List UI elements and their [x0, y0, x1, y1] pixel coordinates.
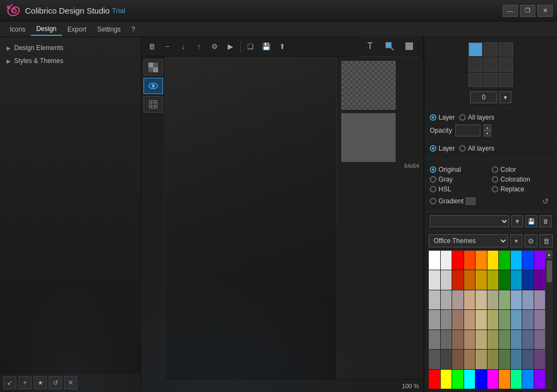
palette-color-46[interactable] — [499, 330, 510, 349]
grid-cell-9[interactable] — [499, 73, 513, 87]
palette-color-30[interactable] — [429, 310, 440, 329]
scroll-up-btn[interactable]: ▲ — [546, 251, 553, 258]
toolbar-frame-btn[interactable]: ❑ — [243, 40, 258, 54]
palette-color-41[interactable] — [441, 330, 452, 349]
palette-color-63[interactable] — [464, 370, 475, 389]
grid-cell-6[interactable] — [499, 58, 513, 72]
coloration-radio[interactable] — [492, 176, 498, 183]
palette-color-21[interactable] — [441, 290, 452, 309]
palette-color-39[interactable] — [534, 310, 546, 329]
palette-color-4[interactable] — [475, 251, 487, 270]
palette-color-3[interactable] — [464, 251, 475, 270]
hsl-radio[interactable] — [430, 186, 436, 192]
palette-color-66[interactable] — [499, 370, 510, 389]
left-toolbar-refresh[interactable]: ↺ — [49, 376, 62, 389]
gradient-swatch[interactable] — [466, 197, 475, 205]
palette-color-48[interactable] — [522, 330, 534, 349]
palette-color-58[interactable] — [522, 350, 534, 369]
toolbar-settings-btn[interactable]: ⚙ — [208, 40, 222, 54]
palette-color-6[interactable] — [499, 251, 510, 270]
toolbar-down-btn[interactable]: ↓ — [176, 40, 190, 54]
menu-help[interactable]: ? — [126, 23, 141, 35]
grid-cell-8[interactable] — [484, 73, 498, 87]
gradient-radio[interactable] — [430, 198, 436, 204]
palette-color-38[interactable] — [522, 310, 534, 329]
palette-color-24[interactable] — [475, 290, 487, 309]
palette-color-26[interactable] — [499, 290, 510, 309]
menu-settings[interactable]: Settings — [92, 23, 126, 35]
canvas-drawing-area[interactable] — [165, 57, 336, 379]
palette-color-37[interactable] — [511, 310, 522, 329]
maximize-button[interactable]: ❐ — [520, 5, 535, 17]
close-button[interactable]: ✕ — [537, 5, 553, 17]
effect-dropdown-arrow[interactable]: ▼ — [511, 215, 523, 227]
grid-cell-2[interactable] — [484, 42, 498, 57]
menu-design[interactable]: Design — [31, 23, 62, 36]
palette-color-15[interactable] — [487, 270, 499, 289]
palette-color-9[interactable] — [534, 251, 546, 270]
palette-color-28[interactable] — [522, 290, 534, 309]
fill-tool-btn[interactable] — [381, 39, 398, 54]
grid-cell-4[interactable] — [468, 58, 483, 72]
all-layers-radio-btn[interactable] — [459, 114, 466, 121]
palette-color-25[interactable] — [487, 290, 499, 309]
palette-color-62[interactable] — [452, 370, 464, 389]
palette-color-11[interactable] — [441, 270, 452, 289]
palette-color-59[interactable] — [534, 350, 546, 369]
opacity-up-btn[interactable]: ▲ — [484, 125, 491, 130]
palette-color-65[interactable] — [487, 370, 499, 389]
toolbar-play-btn[interactable]: ▶ — [223, 40, 237, 54]
menu-icons[interactable]: Icons — [4, 23, 31, 35]
rotate-btn[interactable]: ↺ — [540, 195, 552, 207]
palette-color-44[interactable] — [475, 330, 487, 349]
palette-color-31[interactable] — [441, 310, 452, 329]
palette-color-8[interactable] — [522, 251, 534, 270]
gray-radio[interactable] — [430, 176, 436, 183]
effect-dropdown[interactable] — [430, 215, 509, 227]
left-toolbar-move-down[interactable]: ↙ — [3, 376, 16, 389]
tool-checkerboard[interactable] — [143, 59, 163, 76]
palette-color-27[interactable] — [511, 290, 522, 309]
opacity-input[interactable]: 100 — [455, 125, 480, 136]
minimize-button[interactable]: — — [503, 5, 518, 17]
palette-color-36[interactable] — [499, 310, 510, 329]
toolbar-export-btn[interactable]: ⬆ — [275, 40, 289, 54]
shape-tool-btn[interactable] — [400, 39, 418, 54]
original-radio[interactable] — [430, 166, 436, 173]
palette-color-32[interactable] — [452, 310, 464, 329]
palette-color-5[interactable] — [487, 251, 499, 270]
palette-color-29[interactable] — [534, 290, 546, 309]
palette-color-55[interactable] — [487, 350, 499, 369]
layer2-radio-btn[interactable] — [430, 145, 436, 152]
palette-color-0[interactable] — [429, 251, 440, 270]
themes-config-btn[interactable]: ⚙ — [524, 234, 537, 247]
palette-color-64[interactable] — [475, 370, 487, 389]
palette-color-13[interactable] — [464, 270, 475, 289]
palette-color-57[interactable] — [511, 350, 522, 369]
palette-color-2[interactable] — [452, 251, 464, 270]
palette-color-20[interactable] — [429, 290, 440, 309]
palette-color-56[interactable] — [499, 350, 510, 369]
palette-color-43[interactable] — [464, 330, 475, 349]
tool-grid[interactable] — [143, 96, 163, 113]
palette-color-35[interactable] — [487, 310, 499, 329]
palette-color-34[interactable] — [475, 310, 487, 329]
palette-color-22[interactable] — [452, 290, 464, 309]
pattern-dropdown-arrow[interactable]: ▼ — [499, 91, 511, 103]
palette-color-49[interactable] — [534, 330, 546, 349]
grid-cell-3[interactable] — [499, 42, 513, 57]
themes-dropdown[interactable]: Office Themes — [429, 234, 508, 247]
effect-delete-btn[interactable]: 🗑 — [540, 215, 552, 227]
palette-color-33[interactable] — [464, 310, 475, 329]
palette-color-12[interactable] — [452, 270, 464, 289]
palette-color-23[interactable] — [464, 290, 475, 309]
themes-delete-btn[interactable]: 🗑 — [540, 234, 553, 247]
palette-color-50[interactable] — [429, 350, 440, 369]
color-radio[interactable] — [492, 166, 498, 173]
effect-save-btn[interactable]: 💾 — [525, 215, 537, 227]
palette-color-45[interactable] — [487, 330, 499, 349]
palette-color-47[interactable] — [511, 330, 522, 349]
palette-color-18[interactable] — [522, 270, 534, 289]
text-tool-btn[interactable]: T — [361, 39, 379, 54]
palette-color-40[interactable] — [429, 330, 440, 349]
